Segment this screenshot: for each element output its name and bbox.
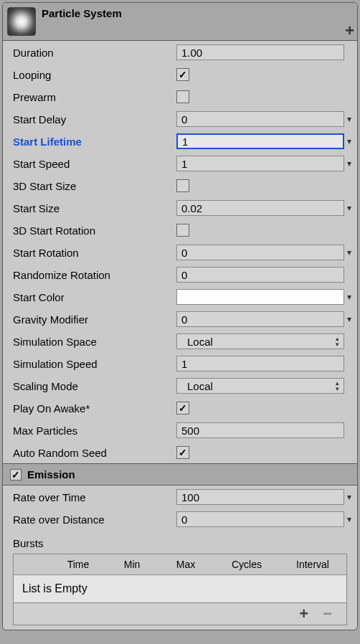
start-lifetime-row: Start Lifetime ▾ <box>3 131 357 152</box>
auto-random-seed-row: Auto Random Seed <box>3 442 357 463</box>
max-particles-label: Max Particles <box>13 425 176 437</box>
gravity-modifier-mode-dropdown[interactable]: ▾ <box>344 314 354 324</box>
simulation-speed-row: Simulation Speed 1 <box>3 353 357 374</box>
start-lifetime-mode-dropdown[interactable]: ▾ <box>344 136 354 146</box>
scaling-mode-label: Scaling Mode <box>13 380 176 392</box>
rate-over-distance-field[interactable]: 0 <box>176 511 344 527</box>
start-rotation-row: Start Rotation 0 ▾ <box>3 242 357 263</box>
start-size-3d-row: 3D Start Size <box>3 175 357 196</box>
looping-label: Looping <box>13 69 176 81</box>
max-particles-row: Max Particles 500 <box>3 420 357 441</box>
start-color-label: Start Color <box>13 291 176 303</box>
start-delay-row: Start Delay 0 ▾ <box>3 108 357 130</box>
start-size-label: Start Size <box>13 202 176 214</box>
start-rotation-field[interactable]: 0 <box>176 245 344 260</box>
start-size-field[interactable]: 0.02 <box>176 200 344 216</box>
play-on-awake-checkbox[interactable] <box>176 402 189 415</box>
gravity-modifier-label: Gravity Modifier <box>13 313 176 326</box>
looping-row: Looping <box>3 64 357 85</box>
simulation-space-row: Simulation Space Local▴▾ <box>3 331 357 352</box>
auto-random-seed-label: Auto Random Seed <box>13 447 176 459</box>
simulation-space-label: Simulation Space <box>13 336 176 348</box>
emission-rows: Rate over Time 100 ▾ Rate over Distance … <box>3 486 357 530</box>
gravity-modifier-field[interactable]: 0 <box>176 311 344 327</box>
duration-field[interactable]: 1.00 <box>176 44 344 60</box>
emission-header[interactable]: Emission <box>3 463 357 486</box>
prewarm-label: Prewarm <box>13 91 176 103</box>
looping-checkbox[interactable] <box>176 68 189 81</box>
bursts-empty: List is Empty <box>13 574 347 603</box>
simulation-speed-label: Simulation Speed <box>13 358 176 370</box>
emission-title: Emission <box>27 468 75 480</box>
start-delay-label: Start Delay <box>13 113 176 126</box>
bursts-label: Bursts <box>3 530 357 554</box>
randomize-rotation-field[interactable]: 0 <box>176 267 344 283</box>
col-cycles: Cycles <box>214 554 279 574</box>
col-time: Time <box>49 554 107 574</box>
simulation-space-select[interactable]: Local▴▾ <box>176 333 344 349</box>
start-color-row: Start Color ▾ <box>3 286 357 308</box>
bursts-table: Time Min Max Cycles Interval List is Emp… <box>13 554 347 625</box>
gravity-modifier-row: Gravity Modifier 0 ▾ <box>3 308 357 330</box>
scaling-mode-row: Scaling Mode Local▴▾ <box>3 375 357 397</box>
start-rotation-label: Start Rotation <box>13 247 176 259</box>
start-speed-mode-dropdown[interactable]: ▾ <box>344 158 354 169</box>
simulation-speed-field[interactable]: 1 <box>176 356 344 371</box>
duration-label: Duration <box>13 47 176 59</box>
prewarm-checkbox[interactable] <box>176 90 189 103</box>
bursts-remove-button[interactable]: − <box>323 606 332 622</box>
auto-random-seed-checkbox[interactable] <box>176 446 189 459</box>
start-rotation-3d-label: 3D Start Rotation <box>13 224 176 237</box>
max-particles-field[interactable]: 500 <box>176 422 344 438</box>
start-color-field[interactable] <box>176 289 344 305</box>
start-speed-field[interactable]: 1 <box>176 156 344 171</box>
start-rotation-3d-checkbox[interactable] <box>176 224 189 237</box>
randomize-rotation-label: Randomize Rotation <box>13 269 176 281</box>
rate-over-time-mode-dropdown[interactable]: ▾ <box>344 492 354 502</box>
bursts-add-button[interactable]: + <box>299 606 308 622</box>
start-lifetime-input[interactable] <box>182 136 338 148</box>
start-size-3d-checkbox[interactable] <box>176 179 189 192</box>
emission-enabled-checkbox[interactable] <box>10 469 22 480</box>
start-rotation-mode-dropdown[interactable]: ▾ <box>344 247 354 257</box>
component-header[interactable]: Particle System + <box>3 3 357 41</box>
start-delay-mode-dropdown[interactable]: ▾ <box>344 114 354 124</box>
col-min: Min <box>107 554 157 574</box>
updown-icon: ▴▾ <box>336 380 339 392</box>
main-module-rows: Duration 1.00 Looping Prewarm Start Dela… <box>3 41 357 463</box>
prewarm-row: Prewarm <box>3 86 357 108</box>
particle-system-icon <box>7 7 36 36</box>
start-rotation-3d-row: 3D Start Rotation <box>3 219 357 241</box>
duration-row: Duration 1.00 <box>3 42 357 63</box>
rate-over-distance-mode-dropdown[interactable]: ▾ <box>344 514 354 524</box>
particle-system-panel: Particle System + Duration 1.00 Looping … <box>2 2 358 630</box>
rate-over-distance-label: Rate over Distance <box>13 513 176 526</box>
start-size-3d-label: 3D Start Size <box>13 180 176 192</box>
start-size-mode-dropdown[interactable]: ▾ <box>344 203 354 213</box>
bursts-columns: Time Min Max Cycles Interval <box>13 554 347 574</box>
scaling-mode-select[interactable]: Local▴▾ <box>176 378 344 394</box>
col-max: Max <box>157 554 214 574</box>
updown-icon: ▴▾ <box>336 336 339 347</box>
randomize-rotation-row: Randomize Rotation 0 <box>3 264 357 285</box>
component-title: Particle System <box>42 3 122 19</box>
rate-over-distance-row: Rate over Distance 0 ▾ <box>3 508 357 530</box>
start-lifetime-field[interactable] <box>176 133 344 149</box>
rate-over-time-row: Rate over Time 100 ▾ <box>3 486 357 508</box>
rate-over-time-label: Rate over Time <box>13 491 176 503</box>
start-size-row: Start Size 0.02 ▾ <box>3 197 357 219</box>
start-delay-field[interactable]: 0 <box>176 111 344 127</box>
bursts-footer: + − <box>13 603 347 625</box>
start-lifetime-label: Start Lifetime <box>13 136 176 148</box>
start-color-mode-dropdown[interactable]: ▾ <box>344 292 354 302</box>
start-speed-row: Start Speed 1 ▾ <box>3 153 357 174</box>
rate-over-time-field[interactable]: 100 <box>176 489 344 505</box>
play-on-awake-label: Play On Awake* <box>13 402 176 415</box>
start-speed-label: Start Speed <box>13 158 176 170</box>
col-interval: Interval <box>279 554 346 574</box>
add-component-menu-icon[interactable]: + <box>345 23 354 39</box>
play-on-awake-row: Play On Awake* <box>3 397 357 419</box>
